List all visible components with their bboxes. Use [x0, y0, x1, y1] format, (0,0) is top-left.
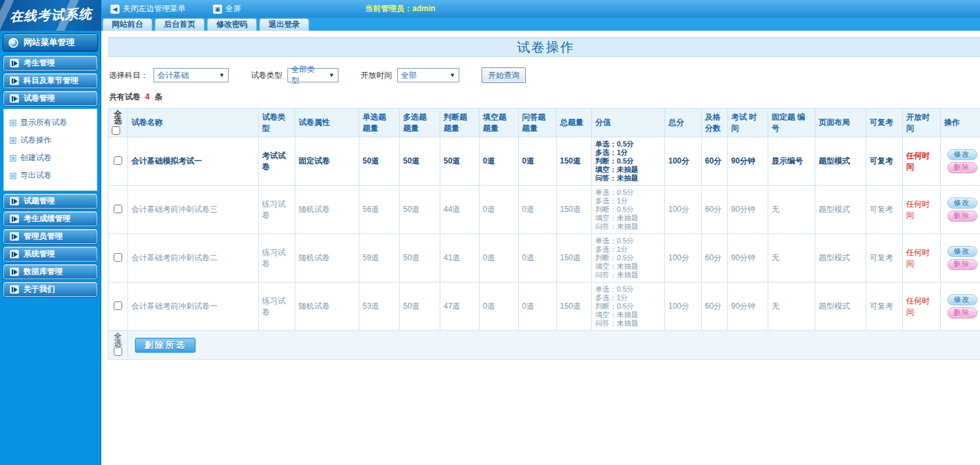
submenu-item-create-paper[interactable]: 创建试卷 [10, 149, 97, 167]
footer-select-all-checkbox[interactable] [114, 347, 122, 356]
type-filter-label: 试卷类型 [251, 70, 282, 81]
score-detail: 单选：0.5分多选：1分判断：0.5分填空：未抽题问答：未抽题 [592, 234, 665, 283]
fixed-number: 无 [768, 186, 815, 234]
search-button[interactable]: 开始查询 [482, 67, 526, 83]
edit-button[interactable]: 修改 [947, 198, 977, 209]
menu-circle-icon [8, 38, 18, 48]
tab-change-password[interactable]: 修改密码 [207, 18, 257, 31]
judge-count: 47道 [440, 283, 480, 331]
count-prefix: 共有试卷 [109, 92, 140, 101]
exam-paper-table: 全选 试卷名称 试卷类型 试卷属性 单选题 题量 多选题 题量 判断题 题量 填… [108, 108, 980, 360]
submenu-item-export-paper[interactable]: 导出试卷 [10, 167, 97, 184]
exam-time: 90分钟 [728, 283, 768, 331]
sidebar-item-label: 试题管理 [24, 196, 55, 207]
exam-time: 90分钟 [728, 186, 768, 234]
submenu-item-paper-operation[interactable]: 试卷操作 [10, 131, 97, 149]
expand-icon [10, 215, 19, 223]
exam-name: 会计基础考前冲刺试卷三 [128, 186, 259, 234]
expand-icon [10, 94, 19, 103]
sidebar-item-admin-management[interactable]: 管理员管理 [3, 229, 97, 244]
open-time-select[interactable]: 全部 ▼ [397, 68, 459, 82]
sidebar-item-label: 考生管理 [24, 58, 55, 69]
page-layout: 题型模式 [815, 234, 866, 283]
tab-admin-home[interactable]: 后台首页 [155, 18, 204, 31]
multi-count: 50道 [400, 137, 440, 186]
single-count: 53道 [359, 283, 400, 331]
expand-icon [10, 232, 19, 241]
edit-button[interactable]: 修改 [947, 246, 977, 257]
row-checkbox[interactable] [114, 253, 122, 262]
expand-icon [10, 59, 19, 67]
pass-score: 60分 [702, 283, 728, 331]
delete-button[interactable]: 删除 [947, 259, 977, 270]
table-header-layout: 页面布局 [815, 109, 866, 137]
total-count: 150道 [557, 234, 592, 283]
subject-select[interactable]: 会计基础 ▼ [154, 68, 229, 82]
edit-button[interactable]: 修改 [947, 149, 977, 160]
row-checkbox-cell [108, 137, 128, 186]
sidebar-item-label: 科目及章节管理 [24, 75, 78, 86]
single-count: 56道 [359, 186, 400, 234]
pass-score: 60分 [702, 137, 728, 186]
table-header-fixed-no: 固定题 编号 [768, 109, 815, 137]
fixed-number: 无 [768, 234, 815, 283]
delete-button[interactable]: 删除 [947, 162, 977, 173]
exam-attr: 固定试卷 [295, 137, 359, 186]
judge-count: 41道 [440, 234, 480, 283]
tab-logout[interactable]: 退出登录 [259, 18, 309, 31]
blank-count: 0道 [480, 186, 519, 234]
submenu-item-label: 试卷操作 [20, 135, 52, 146]
total-count: 150道 [557, 137, 592, 186]
delete-selected-button[interactable]: 删除所选 [135, 338, 195, 353]
table-header-score: 分值 [592, 109, 665, 137]
delete-button[interactable]: 删除 [947, 307, 977, 319]
score-detail: 单选：0.5分多选：1分判断：0.5分填空：未抽题问答：未抽题 [592, 186, 665, 234]
select-all-checkbox[interactable] [112, 126, 120, 135]
edit-button[interactable]: 修改 [947, 294, 977, 305]
multi-count: 50道 [400, 234, 440, 283]
submenu-item-show-all-papers[interactable]: 显示所有试卷 [10, 114, 97, 131]
row-checkbox[interactable] [114, 205, 122, 213]
qa-count: 0道 [519, 234, 557, 283]
delete-button[interactable]: 删除 [947, 211, 977, 222]
collapse-left-icon: ◀ [110, 5, 120, 14]
sidebar-item-paper-management[interactable]: 试卷管理 [3, 91, 97, 106]
pass-score: 60分 [702, 234, 728, 283]
qa-count: 0道 [519, 186, 557, 234]
fullscreen-button[interactable]: ▣ 全屏 [213, 3, 241, 14]
table-header-retake: 可复考 [866, 109, 903, 137]
exam-time: 90分钟 [728, 234, 768, 283]
exam-name: 会计基础考前冲刺试卷二 [128, 234, 259, 283]
sidebar-item-about-us[interactable]: 关于我们 [3, 282, 97, 297]
table-header-single: 单选题 题量 [359, 109, 400, 137]
expand-icon [10, 197, 19, 205]
sidebar-item-examinee-management[interactable]: 考生管理 [3, 56, 97, 71]
sidebar: 网站菜单管理 考生管理 科目及章节管理 试卷管理 显示所有试卷 试卷操作 [0, 31, 101, 465]
multi-count: 50道 [400, 186, 440, 234]
exam-time: 90分钟 [728, 137, 768, 186]
row-actions-cell: 修改 删除 [941, 137, 980, 186]
table-header-blank: 填空题 题量 [480, 109, 519, 137]
submenu-item-label: 导出试卷 [20, 170, 52, 181]
sidebar-header: 网站菜单管理 [3, 33, 98, 52]
select-all-label: 全选 [114, 109, 122, 126]
table-header-attr: 试卷属性 [295, 109, 359, 137]
row-checkbox-cell [108, 283, 128, 331]
sidebar-item-database-management[interactable]: 数据库管理 [3, 264, 97, 279]
multi-count: 50道 [400, 283, 440, 331]
tab-site-front[interactable]: 网站前台 [103, 18, 152, 31]
row-checkbox[interactable] [114, 301, 122, 310]
expand-icon [10, 250, 19, 258]
submenu-item-label: 创建试卷 [20, 152, 52, 164]
sidebar-item-subject-chapter-management[interactable]: 科目及章节管理 [3, 73, 97, 88]
row-checkbox[interactable] [114, 156, 122, 165]
sidebar-item-system-management[interactable]: 系统管理 [3, 247, 97, 262]
total-score: 100分 [665, 283, 702, 331]
page-title: 试卷操作 [517, 39, 575, 56]
close-left-menu-button[interactable]: ◀ 关闭左边管理菜单 [110, 3, 186, 14]
sidebar-item-question-management[interactable]: 试题管理 [3, 194, 97, 209]
sidebar-item-label: 系统管理 [24, 249, 55, 260]
paper-type-select[interactable]: 全部类型 ▼ [287, 68, 338, 82]
table-header-qa: 问答题 题量 [519, 109, 557, 137]
sidebar-item-score-management[interactable]: 考生成绩管理 [3, 211, 97, 226]
